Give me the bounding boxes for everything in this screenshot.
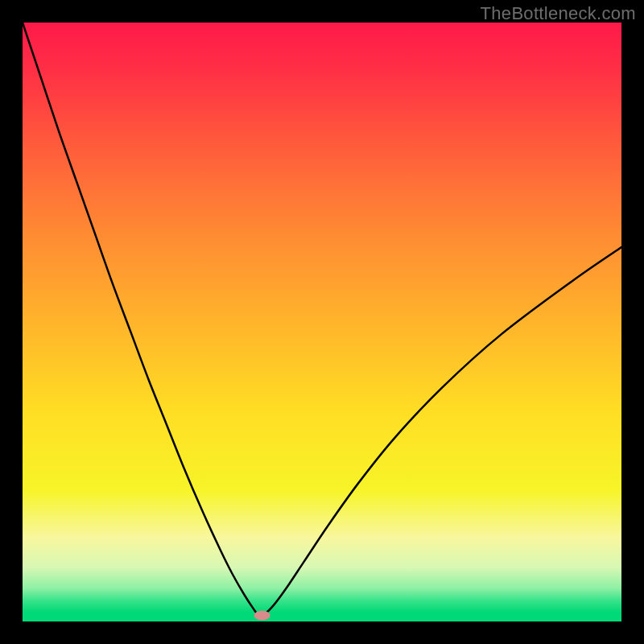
plot-frame	[23, 23, 621, 621]
bottleneck-chart	[23, 23, 621, 621]
watermark-text: TheBottleneck.com	[481, 3, 636, 24]
optimal-marker	[254, 611, 270, 621]
gradient-background	[23, 23, 621, 621]
